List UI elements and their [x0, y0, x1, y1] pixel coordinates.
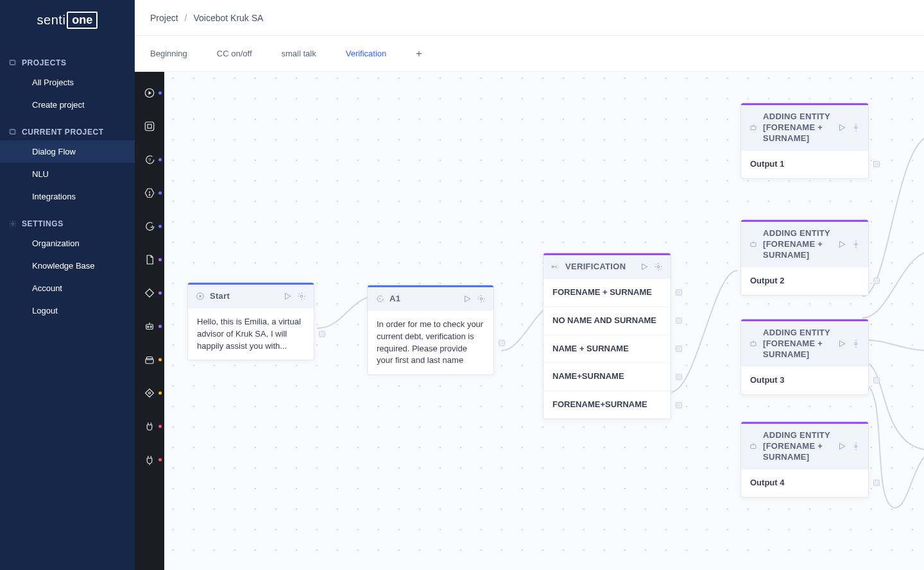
- robot-icon[interactable]: [142, 319, 157, 333]
- node-body: Output 4: [741, 469, 868, 497]
- nav-create-project[interactable]: Create project: [0, 94, 135, 116]
- entity-output[interactable]: Output 1: [741, 151, 868, 178]
- svg-point-16: [150, 326, 151, 328]
- output-port[interactable]: [676, 317, 682, 324]
- run-icon[interactable]: [283, 292, 292, 301]
- stop-square-icon[interactable]: [142, 119, 157, 133]
- layers-icon[interactable]: [142, 353, 157, 367]
- gear-icon[interactable]: [477, 294, 486, 303]
- canvas[interactable]: Start Hello, this is Emilia, a virtual a…: [164, 72, 924, 570]
- svg-point-44: [855, 343, 857, 346]
- gear-icon[interactable]: [851, 240, 860, 249]
- verification-output-0[interactable]: FORENAME + SURNAME: [543, 279, 671, 306]
- entity-output[interactable]: Output 3: [741, 367, 868, 394]
- logo-right: one: [67, 12, 98, 29]
- logo-left: senti: [37, 13, 66, 28]
- node-verification[interactable]: VERIFICATION FORENAME + SURNAME NO NAME …: [543, 253, 671, 419]
- nav-account[interactable]: Account: [0, 277, 135, 299]
- plugin-alt-icon[interactable]: [142, 453, 157, 467]
- tab-verification[interactable]: Verification: [346, 49, 387, 58]
- sidebar: senti one PROJECTS All Projects Create p…: [0, 0, 135, 570]
- workspace: ?: [135, 72, 924, 570]
- node-entity-3[interactable]: ADDING ENTITY [FORENAME + SURNAME] Outpu…: [740, 319, 869, 395]
- gear-icon[interactable]: [851, 123, 860, 132]
- svg-marker-43: [840, 341, 845, 347]
- nav-logout[interactable]: Logout: [0, 299, 135, 322]
- entity-output[interactable]: Output 2: [741, 267, 868, 295]
- node-body: Hello, this is Emilia, a virtual advisor…: [188, 308, 314, 360]
- tab-cc-onoff[interactable]: CC on/off: [217, 49, 252, 58]
- chat-redirect-icon[interactable]: [142, 219, 157, 233]
- verification-output-1[interactable]: NO NAME AND SURNAME: [543, 306, 671, 335]
- plugin-icon[interactable]: [142, 419, 157, 433]
- svg-rect-13: [146, 289, 154, 298]
- output-port[interactable]: [873, 161, 880, 167]
- run-icon[interactable]: [463, 294, 472, 303]
- gear-icon[interactable]: [654, 262, 663, 271]
- verification-output-3[interactable]: NAME+SURNAME: [543, 362, 671, 390]
- nav-integrations[interactable]: Integrations: [0, 185, 135, 208]
- play-circle-icon[interactable]: [142, 86, 157, 100]
- run-icon[interactable]: [837, 442, 846, 451]
- node-body: Output 2: [741, 267, 868, 295]
- node-entity-1[interactable]: ADDING ENTITY [FORENAME + SURNAME] Outpu…: [740, 103, 869, 179]
- svg-rect-8: [148, 124, 151, 128]
- node-title: ADDING ENTITY [FORENAME + SURNAME]: [763, 112, 832, 144]
- svg-rect-7: [145, 122, 154, 131]
- svg-marker-25: [286, 294, 291, 299]
- nav-dialog-flow[interactable]: Dialog Flow: [0, 140, 135, 163]
- main: Project / Voicebot Kruk SA Beginning CC …: [135, 0, 924, 570]
- breadcrumb-current[interactable]: Voicebot Kruk SA: [193, 13, 263, 23]
- entity-output[interactable]: Output 4: [741, 469, 868, 497]
- chat-question-icon[interactable]: ?: [142, 153, 157, 167]
- nav-nlu[interactable]: NLU: [0, 163, 135, 185]
- output-port[interactable]: [873, 377, 880, 383]
- verification-output-4[interactable]: FORENAME+SURNAME: [543, 390, 671, 419]
- nav-knowledge-base[interactable]: Knowledge Base: [0, 255, 135, 277]
- run-icon[interactable]: [640, 262, 649, 271]
- svg-marker-35: [840, 125, 845, 131]
- svg-point-27: [379, 299, 380, 299]
- output-port[interactable]: [319, 331, 325, 337]
- verification-output-2[interactable]: NAME + SURNAME: [543, 335, 671, 363]
- gear-icon[interactable]: [297, 292, 306, 301]
- run-icon[interactable]: [837, 339, 846, 348]
- diamond-alt-icon[interactable]: [142, 386, 157, 400]
- gear-icon[interactable]: [851, 442, 860, 451]
- breadcrumb: Project / Voicebot Kruk SA: [135, 0, 924, 36]
- node-a1[interactable]: A1 In order for me to check your current…: [367, 285, 494, 375]
- output-port[interactable]: [676, 402, 682, 408]
- nav-all-projects[interactable]: All Projects: [0, 71, 135, 94]
- output-port[interactable]: [676, 374, 682, 380]
- output-port[interactable]: [676, 346, 682, 352]
- svg-point-32: [657, 266, 660, 269]
- output-port[interactable]: [873, 480, 880, 486]
- gear-icon[interactable]: [851, 339, 860, 348]
- node-entity-2[interactable]: ADDING ENTITY [FORENAME + SURNAME] Outpu…: [740, 219, 869, 296]
- node-entity-4[interactable]: ADDING ENTITY [FORENAME + SURNAME] Outpu…: [740, 421, 869, 498]
- run-icon[interactable]: [837, 123, 846, 132]
- svg-marker-28: [465, 296, 470, 302]
- node-title: ADDING ENTITY [FORENAME + SURNAME]: [763, 430, 832, 463]
- tab-beginning[interactable]: Beginning: [150, 49, 187, 58]
- node-title: ADDING ENTITY [FORENAME + SURNAME]: [763, 328, 832, 360]
- breadcrumb-root[interactable]: Project: [150, 13, 178, 23]
- diamond-icon[interactable]: [142, 286, 157, 300]
- svg-point-40: [855, 244, 857, 246]
- alert-hex-icon[interactable]: [142, 186, 157, 200]
- folder-icon: [9, 128, 17, 136]
- add-tab-button[interactable]: +: [416, 48, 422, 60]
- output-port[interactable]: [499, 340, 505, 346]
- tab-small-talk[interactable]: small talk: [282, 49, 316, 58]
- chat-icon: [375, 294, 384, 303]
- output-port[interactable]: [676, 289, 682, 296]
- play-circle-icon: [196, 292, 205, 301]
- node-body: Output 3: [741, 367, 868, 394]
- svg-marker-6: [149, 91, 152, 95]
- file-icon[interactable]: [142, 253, 157, 267]
- run-icon[interactable]: [837, 240, 846, 249]
- node-start[interactable]: Start Hello, this is Emilia, a virtual a…: [187, 282, 314, 360]
- output-port[interactable]: [873, 278, 880, 284]
- nav-organization[interactable]: Organization: [0, 232, 135, 255]
- svg-marker-24: [200, 295, 202, 298]
